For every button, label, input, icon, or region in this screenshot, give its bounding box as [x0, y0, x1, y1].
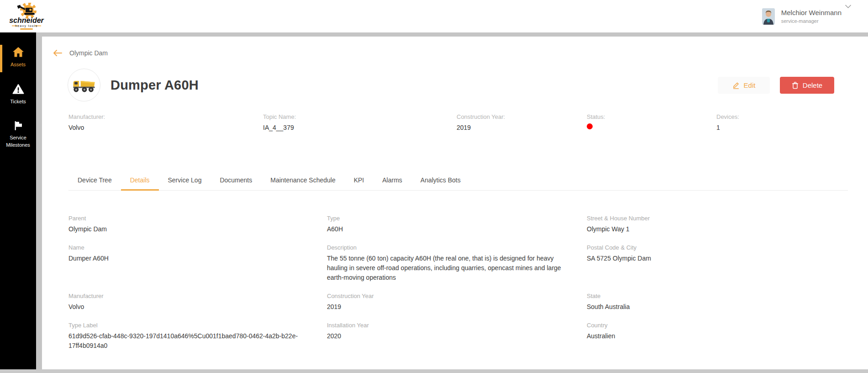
breadcrumb-label[interactable]: Olympic Dam	[69, 49, 108, 57]
field-label: Street & House Number	[587, 215, 836, 222]
app-window: schneider heavy tools Melchior Weinmann …	[0, 0, 868, 369]
meta-value: IA_4__379	[263, 124, 457, 131]
meta-topic-name: Topic Name: IA_4__379	[263, 113, 457, 131]
breadcrumb: Olympic Dam	[42, 37, 868, 58]
user-role: service-manager	[781, 18, 842, 24]
tab-maintenance-schedule[interactable]: Maintenance Schedule	[261, 172, 344, 191]
field-label: Country	[587, 322, 836, 329]
asset-meta-row: Manufacturer: Volvo Topic Name: IA_4__37…	[68, 113, 868, 131]
meta-label: Construction Year:	[457, 113, 587, 120]
field-label: Postal Code & City	[587, 244, 836, 251]
status-indicator-red	[587, 123, 593, 129]
brand-tagline: heavy tools	[15, 24, 37, 28]
pencil-icon	[732, 81, 740, 89]
user-info: Melchior Weinmann service-manager	[781, 9, 842, 24]
active-indicator	[0, 45, 2, 72]
field-value: The 55 tonne (60 ton) capacity A60H (the…	[327, 254, 575, 282]
tab-service-log[interactable]: Service Log	[159, 172, 211, 191]
field-street-house-number: Street & House Number Olympic Way 1	[587, 215, 848, 234]
field-value: 2019	[327, 302, 575, 312]
field-value: 61d9d526-cfab-448c-9320-197d1410a646%5Cu…	[68, 331, 315, 351]
back-arrow-icon	[53, 49, 63, 57]
meta-value: Volvo	[68, 124, 263, 131]
meta-construction-year: Construction Year: 2019	[457, 113, 587, 131]
tab-analytics-bots[interactable]: Analytics Bots	[411, 172, 470, 191]
field-type: Type A60H	[327, 215, 587, 234]
field-label: Manufacturer	[68, 293, 315, 300]
meta-value: 1	[716, 124, 868, 131]
trash-icon	[792, 81, 799, 89]
delete-button-label: Delete	[803, 81, 822, 89]
meta-label: Manufacturer:	[68, 113, 263, 120]
page-title: Dumper A60H	[110, 78, 199, 93]
field-description: Description The 55 tonne (60 ton) capaci…	[327, 244, 587, 282]
main-area: Olympic Dam	[36, 32, 868, 369]
user-avatar	[762, 8, 775, 25]
meta-value: 2019	[457, 124, 587, 131]
tab-details[interactable]: Details	[121, 172, 159, 191]
tab-bar: Device Tree Details Service Log Document…	[68, 172, 848, 191]
field-label: Type Label	[68, 322, 315, 329]
title-row: Dumper A60H Edit	[68, 69, 834, 101]
top-header: schneider heavy tools Melchior Weinmann …	[0, 0, 868, 32]
sidebar-nav: Assets Tickets Service Milestones	[0, 32, 36, 369]
field-value: SA 5725 Olympic Dam	[587, 254, 836, 263]
sidebar-item-assets[interactable]: Assets	[0, 45, 36, 72]
asset-detail-card: Olympic Dam	[42, 37, 868, 369]
brand-logo[interactable]: schneider heavy tools	[5, 3, 47, 30]
field-value: 2020	[327, 331, 575, 341]
field-postal-code-city: Postal Code & City SA 5725 Olympic Dam	[587, 244, 848, 282]
field-value: South Australia	[587, 302, 836, 312]
field-value: Volvo	[68, 302, 315, 312]
tab-documents[interactable]: Documents	[210, 172, 261, 191]
field-country: Country Australien	[587, 322, 848, 351]
meta-label: Status:	[587, 113, 716, 120]
sidebar-item-label: Service Milestones	[0, 134, 36, 149]
dumper-truck-icon	[71, 76, 97, 94]
horizontal-scrollbar[interactable]	[0, 369, 868, 373]
field-value: A60H	[327, 224, 575, 234]
sidebar-item-label: Tickets	[9, 98, 26, 105]
field-type-label: Type Label 61d9d526-cfab-448c-9320-197d1…	[68, 322, 327, 351]
meta-label: Devices:	[716, 113, 868, 120]
field-parent: Parent Olympic Dam	[68, 215, 327, 234]
meta-manufacturer: Manufacturer: Volvo	[68, 113, 263, 131]
field-label: Installation Year	[327, 322, 575, 329]
field-installation-year: Installation Year 2020	[327, 322, 587, 351]
chevron-down-icon[interactable]	[845, 5, 852, 9]
meta-devices: Devices: 1	[716, 113, 868, 131]
field-label: Name	[68, 244, 315, 251]
action-buttons: Edit Delete	[718, 77, 834, 94]
edit-button-label: Edit	[744, 81, 756, 89]
field-label: Construction Year	[327, 293, 575, 300]
field-value: Olympic Way 1	[587, 224, 836, 234]
sidebar-item-label: Assets	[10, 61, 26, 68]
sidebar-item-service-milestones[interactable]: Service Milestones	[0, 119, 36, 149]
brand-name: schneider	[9, 16, 44, 24]
flag-icon	[13, 121, 23, 131]
back-button[interactable]	[53, 49, 63, 57]
field-construction-year: Construction Year 2019	[327, 293, 587, 312]
edit-button[interactable]: Edit	[718, 77, 770, 94]
field-label: State	[587, 293, 836, 300]
home-icon	[12, 47, 24, 58]
user-menu[interactable]: Melchior Weinmann service-manager	[762, 8, 842, 25]
sidebar-item-tickets[interactable]: Tickets	[0, 82, 36, 109]
tab-alarms[interactable]: Alarms	[373, 172, 411, 191]
warning-triangle-icon	[12, 84, 24, 95]
field-value: Dumper A60H	[68, 254, 315, 263]
tab-kpi[interactable]: KPI	[345, 172, 374, 191]
meta-label: Topic Name:	[263, 113, 457, 120]
field-value: Australien	[587, 331, 836, 341]
details-grid: Parent Olympic Dam Type A60H Street & Ho…	[68, 215, 848, 351]
delete-button[interactable]: Delete	[780, 77, 834, 94]
tab-device-tree[interactable]: Device Tree	[68, 172, 121, 191]
field-label: Parent	[68, 215, 315, 222]
field-state: State South Australia	[587, 293, 848, 312]
field-value: Olympic Dam	[68, 224, 315, 234]
user-name: Melchior Weinmann	[781, 9, 842, 16]
meta-status: Status:	[587, 113, 716, 131]
asset-image	[68, 69, 100, 101]
field-label: Type	[327, 215, 575, 222]
field-name: Name Dumper A60H	[68, 244, 327, 282]
